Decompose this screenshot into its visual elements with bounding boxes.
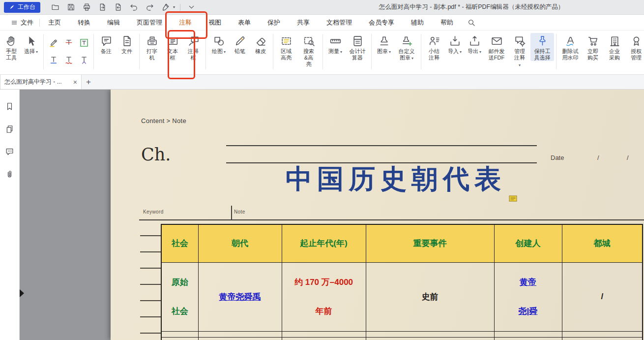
text-highlight-icon[interactable] bbox=[47, 36, 60, 49]
pen-tool-caret-icon[interactable]: ▾ bbox=[173, 5, 175, 9]
export-document-button[interactable] bbox=[96, 2, 109, 13]
pages-icon bbox=[5, 124, 14, 134]
tool-keep-tool-selected[interactable]: 保持工具选择 bbox=[530, 33, 554, 61]
menu-item-help[interactable]: 帮助 bbox=[432, 15, 462, 30]
new-tab-button[interactable]: + bbox=[82, 75, 95, 89]
tool-file-attachment[interactable]: 文件 bbox=[117, 33, 137, 55]
menu-item-page-management[interactable]: 页面管理 bbox=[128, 15, 171, 30]
tool-typewriter[interactable]: 打字机 bbox=[142, 33, 162, 61]
document-canvas[interactable]: Content > Note Ch. Date / / 中国历史朝代表 Keyw… bbox=[20, 90, 644, 340]
search-highlight-icon bbox=[303, 34, 315, 48]
mail-icon bbox=[491, 34, 503, 48]
tool-select[interactable]: 选择 bbox=[21, 33, 41, 55]
tool-accounting-calculator[interactable]: 会计计算器 bbox=[346, 33, 369, 61]
tool-textbox[interactable]: 文本框 bbox=[162, 33, 183, 61]
divider bbox=[371, 34, 372, 69]
tool-drawing[interactable]: 绘图 bbox=[208, 33, 230, 55]
menu-item-membership[interactable]: 会员专享 bbox=[360, 15, 403, 30]
comment-icon bbox=[5, 147, 14, 156]
tool-eraser[interactable]: 橡皮 bbox=[250, 33, 271, 55]
pdf-page[interactable]: Content > Note Ch. Date / / 中国历史朝代表 Keyw… bbox=[111, 90, 644, 340]
text-underline-icon[interactable] bbox=[47, 54, 60, 66]
comments-panel-button[interactable] bbox=[4, 147, 16, 156]
menu-item-form[interactable]: 表单 bbox=[230, 15, 259, 30]
menu-item-edit[interactable]: 编辑 bbox=[99, 15, 128, 30]
pages-panel-button[interactable] bbox=[4, 124, 16, 134]
calculator-icon bbox=[351, 34, 364, 48]
bookmark-icon bbox=[5, 102, 14, 111]
text-strikeout-icon[interactable] bbox=[62, 36, 75, 49]
text-box-highlight-icon[interactable] bbox=[78, 36, 90, 49]
tool-callout[interactable]: 注释框 bbox=[183, 33, 204, 61]
save-button[interactable] bbox=[65, 2, 77, 13]
printer-icon bbox=[83, 3, 91, 11]
print-button[interactable] bbox=[81, 2, 93, 13]
header-events: 重要事件 bbox=[366, 224, 494, 262]
titlebar: 工作台 ▾ 怎么面对高中学习 - 副本.pdf * - 福昕PDF编辑器（未经授… bbox=[0, 0, 644, 15]
divider bbox=[322, 34, 323, 69]
attachments-panel-button[interactable] bbox=[4, 169, 16, 179]
tool-custom-stamp[interactable]: 自定义图章 bbox=[394, 33, 419, 62]
menu-item-document-management[interactable]: 文档管理 bbox=[318, 15, 360, 30]
tool-hand[interactable]: 手型工具 bbox=[2, 33, 21, 61]
bookmarks-panel-button[interactable] bbox=[4, 101, 16, 111]
tool-summary-comments[interactable]: 小结注释 bbox=[423, 33, 445, 61]
comment-ribbon: 手型工具 选择 备注 文件 打字机 bbox=[0, 31, 644, 75]
header-period: 起止年代(年) bbox=[282, 224, 366, 262]
cell-dynasty: 黄帝尧舜禹 bbox=[198, 262, 282, 331]
menu-item-accessibility[interactable]: 辅助 bbox=[403, 15, 432, 30]
menu-item-comment[interactable]: 注释 bbox=[171, 15, 200, 30]
chapter-label: Ch. bbox=[141, 145, 171, 164]
text-insert-icon[interactable] bbox=[78, 54, 90, 66]
tool-note[interactable]: 备注 bbox=[96, 33, 117, 55]
tool-stamp[interactable]: 图章 bbox=[374, 33, 394, 55]
menu-item-convert[interactable]: 转换 bbox=[69, 15, 99, 30]
tool-measure[interactable]: 测量 bbox=[325, 33, 346, 55]
document-tab[interactable]: 怎么面对高中学习 - ... × bbox=[0, 75, 82, 89]
tool-buy-now[interactable]: 立即购买 bbox=[582, 33, 604, 61]
cell-period: 约 170 万–4000 年前 bbox=[282, 262, 366, 331]
tool-email-fdf[interactable]: 邮件发送FDF bbox=[484, 33, 509, 61]
menu-item-protect[interactable]: 保护 bbox=[259, 15, 289, 30]
textbox-icon bbox=[167, 34, 179, 48]
sidebar-expand-handle[interactable] bbox=[20, 289, 24, 297]
tool-remove-trial-watermark[interactable]: 删除试用水印 bbox=[558, 33, 582, 61]
note-annotation-icon[interactable] bbox=[509, 195, 517, 202]
header-dynasty: 朝代 bbox=[198, 224, 282, 262]
date-slash: / bbox=[627, 154, 629, 161]
template-line bbox=[226, 145, 537, 146]
tab-close-icon[interactable]: × bbox=[73, 79, 77, 86]
menu-item-share[interactable]: 共享 bbox=[289, 15, 318, 30]
tool-pencil[interactable]: 铅笔 bbox=[230, 33, 250, 55]
tool-import-comments[interactable]: 导入 bbox=[445, 33, 465, 55]
import-document-button[interactable] bbox=[112, 2, 124, 13]
foxit-pdf-editor-window: 工作台 ▾ 怎么面对高中学习 - 副本.pdf * - 福昕PDF编辑器（未经授… bbox=[0, 0, 644, 340]
undo-button[interactable] bbox=[128, 2, 140, 13]
template-line bbox=[139, 219, 644, 220]
dynasty-link[interactable]: 黄帝尧舜禹 bbox=[219, 292, 261, 302]
workspace-label: 工作台 bbox=[18, 3, 35, 11]
tool-export-comments[interactable]: 导出 bbox=[465, 33, 484, 55]
chevron-down-icon bbox=[187, 3, 196, 11]
table-row bbox=[161, 337, 643, 340]
founder-link[interactable]: 黄帝 bbox=[495, 277, 562, 288]
search-button[interactable] bbox=[465, 15, 478, 30]
text-squiggly-icon[interactable] bbox=[62, 54, 75, 66]
menu-item-home[interactable]: 主页 bbox=[40, 15, 69, 30]
tool-license-management[interactable]: 授权管理 bbox=[625, 33, 644, 61]
file-menu-button[interactable]: 文件 bbox=[5, 15, 39, 30]
workspace-button[interactable]: 工作台 bbox=[4, 2, 40, 13]
tool-area-highlight[interactable]: 区域高亮 bbox=[275, 33, 297, 61]
area-highlight-icon bbox=[280, 34, 293, 48]
tool-search-highlight[interactable]: 搜索&高亮 bbox=[297, 33, 321, 67]
redo-button[interactable] bbox=[144, 2, 156, 13]
open-file-button[interactable] bbox=[49, 2, 61, 13]
tool-manage-comments[interactable]: 管理注释 bbox=[509, 33, 530, 68]
tab-title: 怎么面对高中学习 - ... bbox=[4, 78, 70, 86]
pen-tool-button[interactable] bbox=[159, 2, 172, 13]
menu-item-view[interactable]: 视图 bbox=[200, 15, 230, 30]
tool-enterprise-purchase[interactable]: 企业采购 bbox=[604, 33, 625, 61]
table-header-row: 社会 朝代 起止年代(年) 重要事件 创建人 都城 bbox=[161, 224, 643, 262]
founder-link[interactable]: 尧|舜 bbox=[495, 306, 562, 317]
customize-toolbar-button[interactable] bbox=[185, 2, 198, 13]
